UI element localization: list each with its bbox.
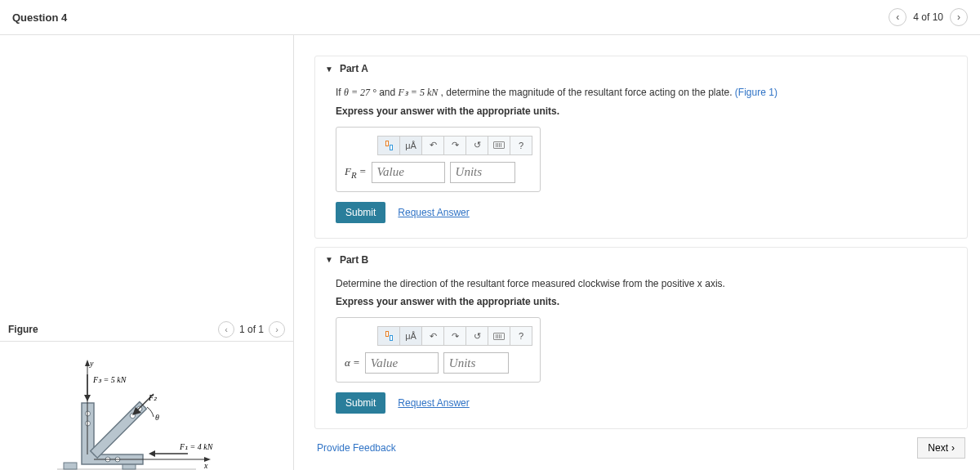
keyboard-button[interactable]: [488, 136, 510, 155]
part-b-value-input[interactable]: [365, 352, 439, 374]
part-a-instruction: Express your answer with the appropriate…: [336, 105, 947, 119]
reset-button[interactable]: ↺: [466, 136, 488, 155]
part-b-var-label: α =: [345, 356, 360, 369]
part-a-block: ▼ Part A If θ = 27 ° and F₃ = 5 kN , det…: [314, 56, 968, 239]
part-b-title: Part B: [340, 254, 368, 266]
part-b-answer-box: μÅ ↶ ↷ ↺ ? α =: [336, 317, 541, 383]
part-b-toolbar: μÅ ↶ ↷ ↺ ?: [377, 326, 532, 346]
svg-text:θ: θ: [155, 413, 159, 422]
reset-button[interactable]: ↺: [466, 326, 488, 346]
part-a-toolbar: μÅ ↶ ↷ ↺ ?: [377, 136, 532, 155]
undo-button[interactable]: ↶: [421, 326, 444, 346]
part-a-prompt: If θ = 27 ° and F₃ = 5 kN , determine th…: [336, 86, 947, 100]
svg-text:F₂: F₂: [148, 393, 158, 402]
question-nav: ‹ 4 of 10 ›: [889, 8, 968, 26]
keyboard-button[interactable]: [488, 326, 510, 346]
part-b-prompt: Determine the direction of the resultant…: [336, 277, 947, 291]
page-indicator: 4 of 10: [913, 11, 943, 23]
svg-rect-17: [64, 463, 77, 469]
part-b-request-answer-link[interactable]: Request Answer: [398, 397, 469, 409]
chevron-right-icon: ›: [951, 442, 955, 454]
figure-prev-button[interactable]: ‹: [218, 321, 234, 338]
figure-next-button[interactable]: ›: [269, 321, 285, 338]
figure-page-indicator: 1 of 1: [239, 324, 264, 335]
prev-question-button[interactable]: ‹: [889, 8, 906, 26]
redo-button[interactable]: ↷: [443, 136, 466, 155]
svg-marker-40: [149, 450, 155, 457]
part-a-request-answer-link[interactable]: Request Answer: [398, 207, 469, 218]
undo-button[interactable]: ↶: [421, 136, 444, 155]
part-b-instruction: Express your answer with the appropriate…: [336, 295, 947, 309]
units-button[interactable]: μÅ: [399, 326, 422, 346]
figure-image: y x F₃ = 5 kN F₂ θ F₁ = 4 kN: [0, 342, 293, 470]
collapse-icon: ▼: [325, 65, 333, 74]
keyboard-icon: [493, 141, 505, 149]
left-pane: Figure ‹ 1 of 1 ›: [0, 35, 294, 470]
svg-text:F₁ = 4 kN: F₁ = 4 kN: [179, 442, 214, 451]
next-button[interactable]: Next›: [917, 437, 965, 459]
part-a-value-input[interactable]: [372, 162, 445, 183]
svg-text:y: y: [89, 359, 94, 368]
part-a-answer-box: μÅ ↶ ↷ ↺ ? FR =: [336, 127, 541, 192]
part-a-units-input[interactable]: [450, 162, 515, 183]
svg-marker-33: [84, 395, 91, 401]
part-b-block: ▼ Part B Determine the direction of the …: [314, 247, 968, 430]
part-a-submit-button[interactable]: Submit: [336, 202, 385, 223]
provide-feedback-link[interactable]: Provide Feedback: [317, 442, 396, 454]
templates-button[interactable]: [377, 326, 400, 346]
templates-button[interactable]: [377, 136, 400, 155]
figure-title: Figure: [8, 324, 38, 335]
part-b-submit-button[interactable]: Submit: [336, 392, 385, 414]
question-title: Question 4: [12, 11, 67, 24]
part-b-header[interactable]: ▼ Part B: [315, 248, 967, 272]
svg-text:F₃ = 5 kN: F₃ = 5 kN: [92, 375, 127, 384]
part-b-units-input[interactable]: [443, 352, 509, 374]
help-button[interactable]: ?: [510, 326, 532, 346]
figure-pager: ‹ 1 of 1 ›: [218, 321, 285, 338]
units-button[interactable]: μÅ: [399, 136, 422, 155]
collapse-icon: ▼: [325, 255, 333, 264]
part-a-title: Part A: [340, 63, 368, 74]
page-header: Question 4 ‹ 4 of 10 ›: [0, 0, 980, 35]
svg-text:x: x: [203, 461, 208, 470]
keyboard-icon: [493, 333, 505, 340]
redo-button[interactable]: ↷: [443, 326, 466, 346]
part-a-var-label: FR =: [345, 165, 367, 180]
help-button[interactable]: ?: [510, 136, 532, 155]
part-a-header[interactable]: ▼ Part A: [315, 56, 967, 81]
next-question-button[interactable]: ›: [950, 8, 968, 26]
right-pane: ▼ Part A If θ = 27 ° and F₃ = 5 kN , det…: [294, 35, 980, 470]
figure-ref-link[interactable]: (Figure 1): [735, 87, 777, 98]
